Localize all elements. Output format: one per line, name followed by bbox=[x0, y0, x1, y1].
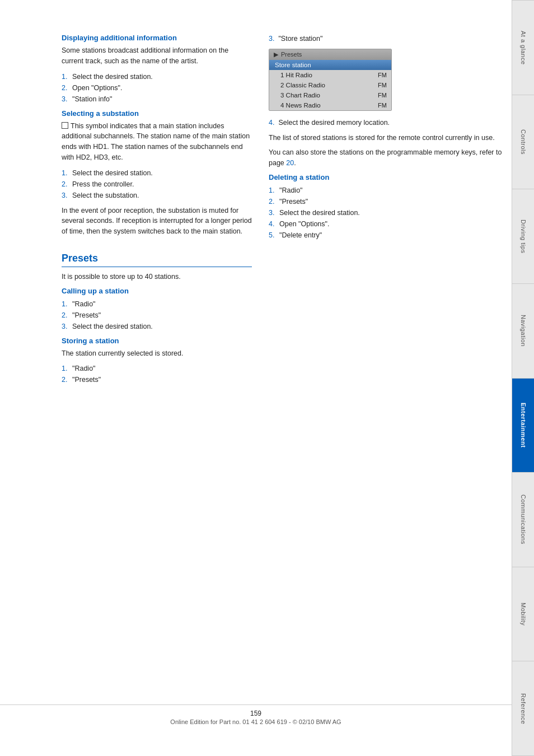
tab-at-a-glance[interactable]: At a glance bbox=[512, 0, 534, 95]
screen-icon: ▶ bbox=[274, 51, 278, 58]
step-num-4: 4. bbox=[269, 119, 274, 127]
section-deleting: Deleting a station 1. "Radio" 2. "Preset… bbox=[269, 173, 512, 241]
step-item: 2. "Presets" bbox=[62, 374, 252, 385]
para-stored-list: The list of stored stations is stored fo… bbox=[269, 133, 512, 143]
step-text: "Station info" bbox=[72, 94, 112, 105]
screen-menu-item: 3 Chart Radio FM bbox=[269, 90, 391, 100]
step-item: 4. Open "Options". bbox=[269, 218, 512, 230]
section-heading-substation: Selecting a substation bbox=[62, 109, 252, 118]
screen-menu-item: 2 Classic Radio FM bbox=[269, 80, 391, 90]
screen-item-badge: FM bbox=[378, 82, 387, 88]
step-text: Select the desired station. bbox=[72, 71, 153, 82]
screen-menu: Store station 1 Hit Radio FM 2 Classic R… bbox=[269, 60, 391, 110]
step-item: 3. Select the desired station. bbox=[269, 207, 512, 218]
step-num: 2. bbox=[269, 196, 277, 207]
section-heading-deleting: Deleting a station bbox=[269, 173, 512, 181]
step-item: 3. "Station info" bbox=[62, 94, 252, 105]
step-num: 3. bbox=[62, 94, 69, 105]
screen-menu-item-highlighted: Store station bbox=[269, 60, 391, 70]
step-num: 1. bbox=[62, 363, 69, 374]
step-num: 2. bbox=[62, 179, 69, 190]
step-item: 2. Open "Options". bbox=[62, 82, 252, 94]
step-text: Select the desired station. bbox=[72, 167, 153, 179]
screen-wrapper: ▶ Presets Store station 1 Hit Radio FM bbox=[269, 49, 512, 111]
step-num: 3. bbox=[269, 207, 277, 218]
para-substation2: In the event of poor reception, the subs… bbox=[62, 206, 252, 237]
step-num: 2. bbox=[62, 374, 69, 385]
steps-displaying: 1. Select the desired station. 2. Open "… bbox=[62, 71, 252, 105]
step-num-3: 3. bbox=[269, 35, 274, 43]
step-num: 2. bbox=[62, 310, 69, 321]
page-link-20[interactable]: 20 bbox=[286, 159, 294, 167]
para-displaying: Some stations broadcast additional infor… bbox=[62, 45, 252, 67]
right-step4: 4. Select the desired memory location. bbox=[269, 118, 512, 128]
para-programmable: You can also store the stations on the p… bbox=[269, 147, 512, 169]
tab-reference[interactable]: Reference bbox=[512, 661, 534, 756]
step-text: "Delete entry" bbox=[279, 230, 322, 241]
section-heading-displaying: Displaying additional information bbox=[62, 34, 252, 42]
step-text: "Presets" bbox=[279, 196, 308, 207]
screen-image: ▶ Presets Store station 1 Hit Radio FM bbox=[269, 49, 392, 111]
tab-navigation[interactable]: Navigation bbox=[512, 284, 534, 379]
right-step3: 3. "Store station" bbox=[269, 34, 512, 44]
screen-item-label: 1 Hit Radio bbox=[280, 72, 312, 78]
page-wrapper: Displaying additional information Some s… bbox=[0, 0, 534, 756]
page-footer: 159 Online Edition for Part no. 01 41 2 … bbox=[0, 704, 512, 725]
screen-title-text: Presets bbox=[281, 51, 302, 58]
sidebar-tabs: At a glance Controls Driving tips Naviga… bbox=[512, 0, 534, 756]
step-4-text: Select the desired memory location. bbox=[278, 119, 390, 127]
section-presets: Presets It is possible to store up to 40… bbox=[62, 253, 252, 386]
section-heading-calling-up: Calling up a station bbox=[62, 287, 252, 295]
section-displaying-info: Displaying additional information Some s… bbox=[62, 34, 252, 105]
step-num: 1. bbox=[62, 298, 69, 310]
screen-item-badge: FM bbox=[378, 72, 387, 78]
tab-controls[interactable]: Controls bbox=[512, 95, 534, 190]
step-text: "Radio" bbox=[72, 363, 96, 374]
step-text: "Radio" bbox=[72, 298, 96, 310]
step-item: 1. Select the desired station. bbox=[62, 167, 252, 179]
step-item: 2. "Presets" bbox=[62, 310, 252, 321]
two-column-layout: Displaying additional information Some s… bbox=[62, 34, 512, 390]
step-num: 1. bbox=[269, 185, 277, 196]
tab-communications[interactable]: Communications bbox=[512, 473, 534, 567]
section-substation: Selecting a substation This symbol indic… bbox=[62, 109, 252, 237]
screen-item-badge: FM bbox=[378, 92, 387, 99]
step-num: 3. bbox=[62, 190, 69, 201]
step-item: 3. Select the desired station. bbox=[62, 321, 252, 332]
screen-menu-item: 1 Hit Radio FM bbox=[269, 70, 391, 80]
left-column: Displaying additional information Some s… bbox=[62, 34, 252, 390]
presets-intro: It is possible to store up to 40 station… bbox=[62, 272, 252, 282]
screen-item-badge: FM bbox=[378, 102, 387, 109]
step-item: 1. "Radio" bbox=[62, 363, 252, 374]
steps-storing: 1. "Radio" 2. "Presets" bbox=[62, 363, 252, 385]
step-item: 2. "Presets" bbox=[269, 196, 512, 207]
right-column: 3. "Store station" ▶ Presets Store stati… bbox=[269, 34, 512, 390]
steps-calling-up: 1. "Radio" 2. "Presets" 3. Select the de… bbox=[62, 298, 252, 332]
screen-highlighted-label: Store station bbox=[275, 62, 311, 68]
step-item: 1. "Radio" bbox=[62, 298, 252, 310]
step-text: Select the desired station. bbox=[279, 207, 360, 218]
main-content: Displaying additional information Some s… bbox=[0, 0, 534, 756]
tab-entertainment[interactable]: Entertainment bbox=[512, 379, 534, 473]
steps-substation: 1. Select the desired station. 2. Press … bbox=[62, 167, 252, 201]
step-text: "Radio" bbox=[279, 185, 303, 196]
step-item: 1. Select the desired station. bbox=[62, 71, 252, 82]
step-num: 1. bbox=[62, 71, 69, 82]
step-num: 1. bbox=[62, 167, 69, 179]
storing-section: Storing a station The station currently … bbox=[62, 337, 252, 386]
step-text: "Presets" bbox=[72, 374, 101, 385]
substation-symbol bbox=[62, 122, 68, 129]
para-storing: The station currently selected is stored… bbox=[62, 348, 252, 359]
screen-title-bar: ▶ Presets bbox=[269, 49, 391, 60]
step-num: 2. bbox=[62, 82, 69, 94]
step-item: 1. "Radio" bbox=[269, 185, 512, 196]
step-text: Open "Options". bbox=[72, 82, 122, 94]
step-item: 3. Select the substation. bbox=[62, 190, 252, 201]
section-heading-storing: Storing a station bbox=[62, 337, 252, 345]
screen-item-label: 2 Classic Radio bbox=[280, 82, 325, 88]
tab-driving-tips[interactable]: Driving tips bbox=[512, 189, 534, 284]
calling-up-section: Calling up a station 1. "Radio" 2. "Pres… bbox=[62, 287, 252, 332]
tab-mobility[interactable]: Mobility bbox=[512, 567, 534, 662]
para-substation1: This symbol indicates that a main statio… bbox=[62, 121, 252, 163]
step-text: "Presets" bbox=[72, 310, 101, 321]
